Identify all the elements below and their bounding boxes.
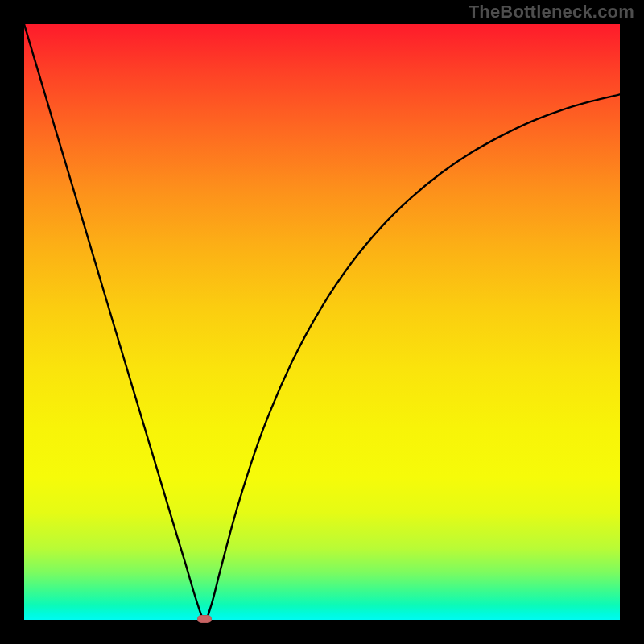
watermark-text: TheBottleneck.com	[469, 2, 634, 23]
min-marker	[197, 615, 212, 623]
plot-area	[24, 24, 620, 620]
bottleneck-curve-path	[24, 24, 620, 620]
curve-svg	[24, 24, 620, 620]
chart-frame: TheBottleneck.com	[0, 0, 644, 644]
